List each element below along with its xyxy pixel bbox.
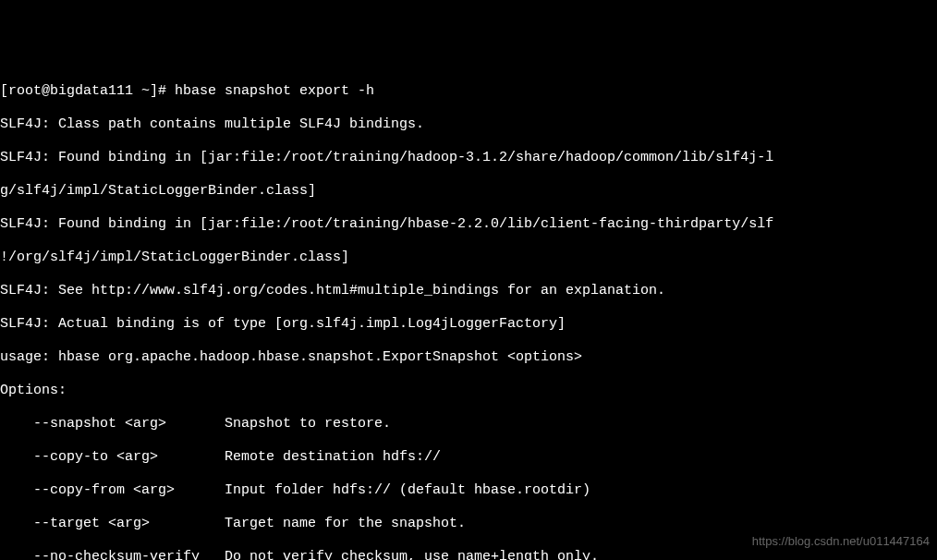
terminal-line: --copy-from <arg> Input folder hdfs:// (… xyxy=(0,482,937,499)
terminal-line: !/org/slf4j/impl/StaticLoggerBinder.clas… xyxy=(0,250,937,266)
terminal-line: --copy-to <arg> Remote destination hdfs:… xyxy=(0,449,937,466)
terminal-line: SLF4J: See http://www.slf4j.org/codes.ht… xyxy=(0,283,937,299)
terminal-line: Options: xyxy=(0,383,937,399)
terminal-line: SLF4J: Actual binding is of type [org.sl… xyxy=(0,316,937,333)
terminal-line: g/slf4j/impl/StaticLoggerBinder.class] xyxy=(0,183,937,200)
terminal-line: SLF4J: Class path contains multiple SLF4… xyxy=(0,116,937,133)
terminal-line: SLF4J: Found binding in [jar:file:/root/… xyxy=(0,216,937,233)
terminal-line: SLF4J: Found binding in [jar:file:/root/… xyxy=(0,150,937,166)
terminal-line: --target <arg> Target name for the snaps… xyxy=(0,516,937,532)
terminal-line: --snapshot <arg> Snapshot to restore. xyxy=(0,416,937,432)
terminal-line: [root@bigdata111 ~]# hbase snapshot expo… xyxy=(0,83,937,100)
terminal-output[interactable]: [root@bigdata111 ~]# hbase snapshot expo… xyxy=(0,67,937,560)
terminal-line: --no-checksum-verify Do not verify check… xyxy=(0,549,937,560)
terminal-line: usage: hbase org.apache.hadoop.hbase.sna… xyxy=(0,349,937,366)
watermark-text: https://blog.csdn.net/u011447164 xyxy=(752,534,930,549)
